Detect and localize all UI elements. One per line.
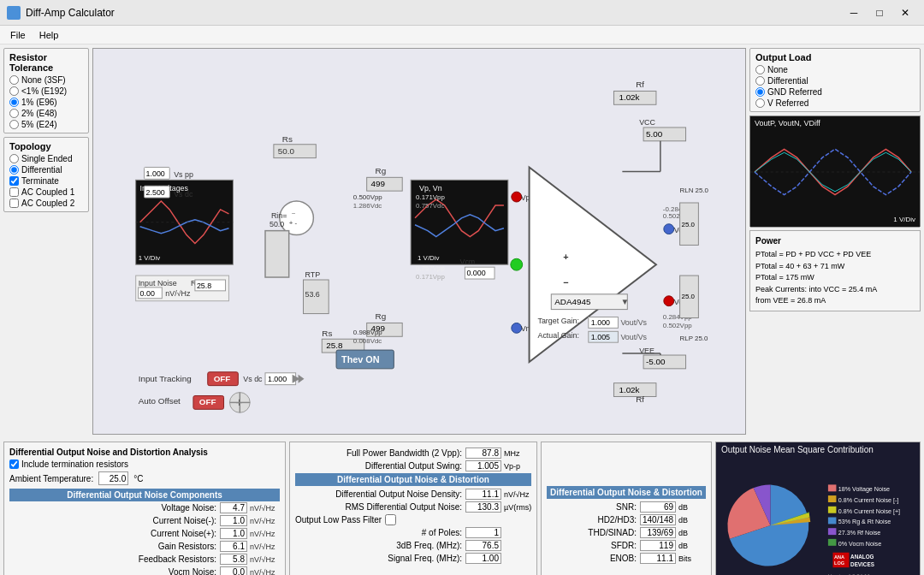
ol-none[interactable]: None (755, 65, 915, 74)
svg-text:2.500: 2.500 (146, 188, 165, 197)
svg-text:Rs: Rs (322, 329, 332, 338)
hd-input[interactable] (640, 514, 676, 525)
svg-text:25.8: 25.8 (326, 341, 343, 350)
current-neg-unit: nV/√Hz (247, 517, 280, 525)
topo-single[interactable]: Single Ended (9, 154, 83, 163)
svg-text:1.000: 1.000 (591, 318, 610, 327)
power-total: PTotal = 175 mW (755, 272, 915, 284)
rt-e96[interactable]: 1% (E96) (9, 98, 83, 107)
thd-unit: dB (676, 529, 706, 537)
snr-label: SNR: (547, 502, 640, 512)
diff-swing-input[interactable] (465, 460, 501, 471)
rt-none[interactable]: None (3SF) (9, 75, 83, 85)
ambient-row: Ambient Temperature: °C (9, 471, 280, 485)
signal-freq-input[interactable] (465, 553, 501, 564)
thd-row: THD/SINAD: dB (547, 527, 706, 538)
feedback-resistors-input[interactable] (220, 554, 247, 565)
svg-text:1.02k: 1.02k (619, 92, 639, 102)
fpbw-unit: MHz (501, 449, 531, 458)
output-scope-label: VoutP, VoutN, VDiff (755, 119, 820, 127)
main-content: Resistor Tolerance None (3SF) <1% (E192)… (0, 44, 924, 575)
svg-text:499: 499 (371, 179, 386, 188)
svg-text:Vout/Vs: Vout/Vs (620, 318, 647, 327)
svg-text:0.988Vpp: 0.988Vpp (353, 329, 382, 336)
current-neg-input[interactable] (220, 515, 247, 526)
svg-text:Actual Gain:: Actual Gain: (537, 331, 578, 340)
rms-input[interactable] (465, 501, 501, 513)
rms-label: RMS Differential Output Noise: (295, 502, 465, 512)
freq-3db-input[interactable] (465, 540, 501, 551)
enob-row: ENOB: Bits (547, 553, 706, 564)
svg-text:Input Noise: Input Noise (139, 279, 177, 288)
svg-text:18% Voltage Noise: 18% Voltage Noise (838, 486, 890, 493)
voltage-noise-unit: nV/√Hz (247, 504, 280, 513)
svg-text:Vcm: Vcm (459, 258, 475, 266)
power-formula: PTotal = PD + PD VCC + PD VEE (755, 249, 915, 261)
svg-text:0.00: 0.00 (140, 289, 155, 298)
snr-unit: dB (676, 503, 706, 512)
svg-text:Vs pp: Vs pp (174, 170, 193, 179)
svg-text:RLP  25.0: RLP 25.0 (680, 335, 708, 342)
svg-text:25.8: 25.8 (197, 282, 211, 290)
poles-input[interactable] (465, 527, 501, 538)
topo-ac2[interactable]: AC Coupled 2 (9, 199, 83, 208)
svg-text:1.005: 1.005 (591, 333, 610, 341)
rt-e48[interactable]: 2% (E48) (9, 109, 83, 118)
power-peak: Peak Currents: into VCC = 25.4 mA (755, 284, 915, 296)
ol-diff[interactable]: Differential (755, 76, 915, 86)
lpf-checkbox[interactable] (385, 514, 396, 525)
svg-rect-131 (828, 517, 837, 524)
sfdr-input[interactable] (640, 540, 676, 551)
include-term-check[interactable]: Include termination resistors (9, 459, 280, 469)
vocm-noise-label: Vocm Noise: (9, 567, 220, 575)
rt-e192[interactable]: <1% (E192) (9, 86, 83, 96)
svg-text:Rg: Rg (376, 166, 387, 175)
menu-help[interactable]: Help (33, 28, 66, 42)
power-calc: PTotal = 40 + 63 + 71 mW (755, 261, 915, 273)
diff-swing-unit: Vp-p (501, 462, 531, 471)
vocm-noise-input[interactable] (220, 566, 247, 575)
menu-file[interactable]: File (3, 28, 33, 42)
top-section: Resistor Tolerance None (3SF) <1% (E192)… (0, 44, 924, 438)
ol-gnd[interactable]: GND Referred (755, 87, 915, 97)
density-input[interactable] (465, 489, 501, 500)
output-scope-svg (750, 116, 920, 228)
topo-terminate[interactable]: Terminate (9, 176, 83, 186)
enob-input[interactable] (640, 553, 676, 564)
close-button[interactable]: ✕ (893, 4, 917, 21)
minimize-button[interactable]: ─ (842, 4, 866, 21)
svg-text:1 V/Div: 1 V/Div (139, 254, 161, 262)
maximize-button[interactable]: □ (868, 4, 891, 21)
svg-text:25.0: 25.0 (682, 293, 696, 300)
svg-text:VCC: VCC (639, 118, 655, 127)
signal-freq-label: Signal Freq. (MHz): (295, 554, 465, 563)
current-pos-input[interactable] (220, 528, 247, 539)
thd-label: THD/SINAD: (547, 528, 640, 537)
ambient-input[interactable] (98, 471, 128, 485)
svg-text:1.000: 1.000 (146, 169, 165, 178)
output-load-title: Output Load (755, 52, 915, 62)
svg-text:53.6: 53.6 (305, 290, 319, 299)
output-scope: VoutP, VoutN, VDiff 1 V/Div (749, 116, 921, 227)
voltage-noise-input[interactable] (220, 502, 247, 513)
fpbw-input[interactable] (465, 448, 501, 459)
enob-label: ENOB: (547, 554, 640, 563)
fpbw-label: Full Power Bandwidth (2 Vpp): (295, 448, 465, 458)
snr-panel: Differential Output Noise & Distortion S… (541, 442, 712, 575)
snr-input[interactable] (640, 501, 676, 513)
sfdr-label: SFDR: (547, 541, 640, 550)
power-panel: Power PTotal = PD + PD VCC + PD VEE PTot… (749, 230, 921, 311)
ambient-label: Ambient Temperature: (9, 474, 93, 483)
gain-resistors-input[interactable] (220, 541, 247, 552)
topo-ac1[interactable]: AC Coupled 1 (9, 187, 83, 197)
current-pos-label: Current Noise(+): (9, 529, 220, 538)
noise-panel: Differential Output Noise and Distortion… (3, 442, 286, 575)
svg-rect-133 (828, 528, 837, 535)
topo-diff[interactable]: Differential (9, 165, 83, 175)
lpf-label: Output Low Pass Filter (295, 515, 382, 525)
rt-e24[interactable]: 5% (E24) (9, 120, 83, 129)
ol-v[interactable]: V Referred (755, 98, 915, 108)
current-pos-row: Current Noise(+): nV/√Hz (9, 527, 280, 540)
menu-bar: File Help (0, 26, 924, 44)
thd-input[interactable] (640, 527, 676, 538)
